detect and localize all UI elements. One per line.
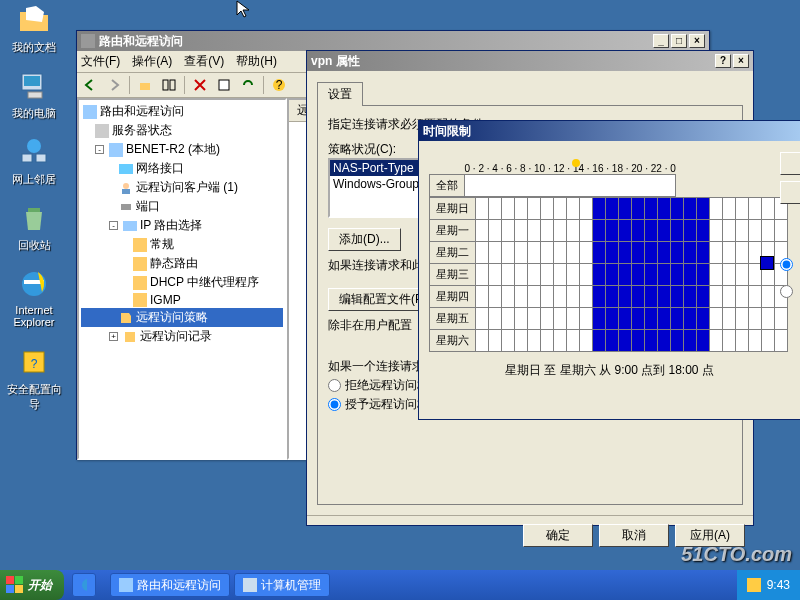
menu-action[interactable]: 操作(A)	[132, 53, 172, 70]
help-button[interactable]: ?	[715, 54, 731, 68]
time-cell[interactable]	[606, 308, 619, 330]
time-cell[interactable]	[775, 330, 788, 352]
time-cell[interactable]	[632, 286, 645, 308]
tree-server-status[interactable]: 服务器状态	[81, 121, 283, 140]
tree-ip-routing[interactable]: -IP 路由选择	[81, 216, 283, 235]
time-cell[interactable]	[632, 330, 645, 352]
time-cell[interactable]	[528, 242, 541, 264]
time-cell[interactable]	[658, 286, 671, 308]
settings-tab[interactable]: 设置	[317, 82, 363, 106]
time-cell[interactable]	[762, 330, 775, 352]
maximize-button[interactable]: □	[671, 34, 687, 48]
time-cell[interactable]	[775, 308, 788, 330]
tree-ras-clients[interactable]: 远程访问客户端 (1)	[81, 178, 283, 197]
time-cell[interactable]	[528, 198, 541, 220]
time-cell[interactable]	[736, 220, 749, 242]
time-cell[interactable]	[762, 286, 775, 308]
radio-deny[interactable]	[780, 285, 800, 298]
time-cell[interactable]	[554, 308, 567, 330]
time-cell[interactable]	[541, 198, 554, 220]
ok-button[interactable]: 确定	[523, 524, 593, 547]
tree-static[interactable]: 静态路由	[81, 254, 283, 273]
add-button[interactable]: 添加(D)...	[328, 228, 401, 251]
time-cell[interactable]	[502, 330, 515, 352]
time-cell[interactable]	[749, 330, 762, 352]
time-cell[interactable]	[710, 286, 723, 308]
time-cell[interactable]	[515, 286, 528, 308]
radio-grant-input[interactable]	[328, 398, 341, 411]
time-cell[interactable]	[541, 264, 554, 286]
time-cell[interactable]	[606, 286, 619, 308]
time-cell[interactable]	[736, 264, 749, 286]
time-cell[interactable]	[606, 264, 619, 286]
time-cell[interactable]	[554, 286, 567, 308]
time-cell[interactable]	[606, 198, 619, 220]
time-cell[interactable]	[476, 308, 489, 330]
collapse-icon[interactable]: -	[95, 145, 104, 154]
time-cell[interactable]	[710, 308, 723, 330]
time-cell[interactable]	[489, 286, 502, 308]
time-cell[interactable]	[606, 330, 619, 352]
time-cell[interactable]	[645, 242, 658, 264]
time-cell[interactable]	[645, 286, 658, 308]
time-cell[interactable]	[619, 198, 632, 220]
time-cell[interactable]	[697, 264, 710, 286]
time-cell[interactable]	[710, 198, 723, 220]
time-cell[interactable]	[645, 198, 658, 220]
time-cell[interactable]	[567, 264, 580, 286]
time-cell[interactable]	[528, 330, 541, 352]
day-header[interactable]: 星期六	[430, 330, 476, 352]
desktop-icon-network[interactable]: 网上邻居	[4, 136, 64, 187]
back-button[interactable]	[79, 75, 101, 95]
time-cell[interactable]	[671, 286, 684, 308]
time-cell[interactable]	[515, 330, 528, 352]
time-cell[interactable]	[684, 308, 697, 330]
all-header[interactable]: 全部	[430, 175, 465, 197]
time-cell[interactable]	[723, 242, 736, 264]
time-cell[interactable]	[671, 308, 684, 330]
tree-ras-log[interactable]: +远程访问记录	[81, 327, 283, 346]
day-header[interactable]: 星期一	[430, 220, 476, 242]
tree-igmp[interactable]: IGMP	[81, 292, 283, 308]
time-cell[interactable]	[632, 264, 645, 286]
time-cell[interactable]	[619, 308, 632, 330]
time-cell[interactable]	[567, 198, 580, 220]
time-cell[interactable]	[528, 220, 541, 242]
time-cell[interactable]	[684, 242, 697, 264]
time-cell[interactable]	[541, 308, 554, 330]
time-cell[interactable]	[554, 198, 567, 220]
expand-icon[interactable]: +	[109, 332, 118, 341]
desktop-icon-mydocs[interactable]: 我的文档	[4, 4, 64, 55]
time-cell[interactable]	[502, 242, 515, 264]
time-cell[interactable]	[580, 220, 593, 242]
time-cell[interactable]	[502, 264, 515, 286]
day-header[interactable]: 星期四	[430, 286, 476, 308]
time-cell[interactable]	[658, 198, 671, 220]
time-cell[interactable]	[476, 330, 489, 352]
time-cell[interactable]	[515, 198, 528, 220]
time-cell[interactable]	[619, 242, 632, 264]
time-cell[interactable]	[593, 330, 606, 352]
time-cell[interactable]	[606, 220, 619, 242]
menu-view[interactable]: 查看(V)	[184, 53, 224, 70]
time-cell[interactable]	[723, 308, 736, 330]
time-cell[interactable]	[476, 264, 489, 286]
cancel-button-partial[interactable]: 取消	[780, 181, 800, 204]
time-cell[interactable]	[580, 198, 593, 220]
time-cell[interactable]	[762, 198, 775, 220]
time-cell[interactable]	[580, 330, 593, 352]
properties-button[interactable]	[213, 75, 235, 95]
minimize-button[interactable]: _	[653, 34, 669, 48]
time-cell[interactable]	[541, 286, 554, 308]
time-cell[interactable]	[567, 308, 580, 330]
day-header[interactable]: 星期三	[430, 264, 476, 286]
time-cell[interactable]	[658, 242, 671, 264]
tree-general[interactable]: 常规	[81, 235, 283, 254]
time-cell[interactable]	[736, 286, 749, 308]
time-cell[interactable]	[671, 264, 684, 286]
time-cell[interactable]	[476, 220, 489, 242]
forward-button[interactable]	[103, 75, 125, 95]
time-cell[interactable]	[554, 264, 567, 286]
time-cell[interactable]	[567, 286, 580, 308]
time-cell[interactable]	[736, 242, 749, 264]
